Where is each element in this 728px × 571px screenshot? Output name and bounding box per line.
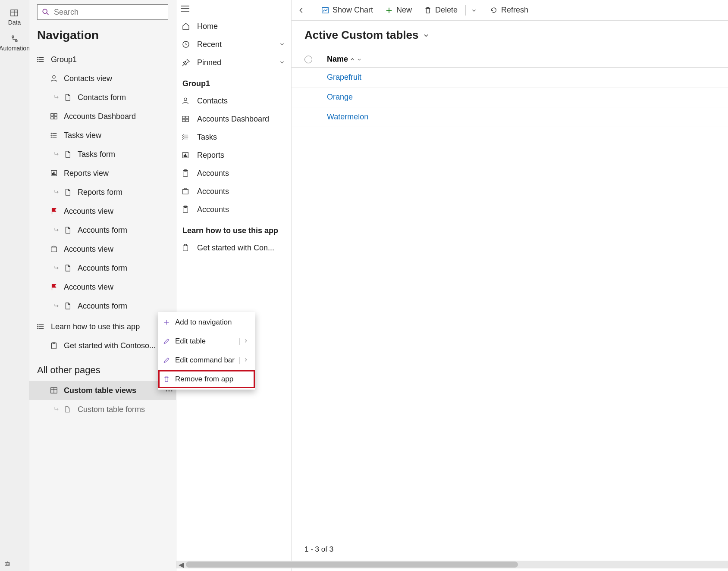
sitemap-item[interactable]: Accounts bbox=[176, 182, 291, 200]
sitemap-item[interactable]: Tasks bbox=[176, 128, 291, 146]
navigation-title: Navigation bbox=[29, 24, 176, 50]
rail-data-label: Data bbox=[8, 19, 21, 26]
scroll-thumb[interactable] bbox=[186, 562, 518, 568]
svg-rect-21 bbox=[54, 117, 57, 119]
sm-recent-label: Recent bbox=[197, 40, 279, 49]
nav-learn-group[interactable]: Learn how to use this app bbox=[29, 317, 176, 336]
nav-item[interactable]: Tasks form bbox=[29, 145, 176, 164]
rail-data[interactable]: Data bbox=[8, 4, 21, 30]
search-input[interactable] bbox=[54, 8, 163, 17]
delete-button[interactable]: Delete bbox=[418, 0, 464, 20]
scroll-left-arrow[interactable]: ◀ bbox=[176, 561, 186, 569]
tasks-icon bbox=[50, 131, 64, 139]
back-button[interactable] bbox=[292, 0, 315, 20]
sm-pinned[interactable]: Pinned bbox=[176, 53, 291, 72]
doc-icon bbox=[64, 302, 78, 310]
doc-icon bbox=[64, 406, 78, 413]
nav-ctf-label: Custom table forms bbox=[78, 405, 176, 414]
ctx-edit-table[interactable]: Edit table | bbox=[158, 332, 255, 351]
bot-icon[interactable] bbox=[3, 560, 11, 569]
new-button[interactable]: New bbox=[379, 0, 418, 20]
sitemap-item-label: Accounts bbox=[197, 187, 291, 196]
refresh-icon bbox=[490, 6, 498, 14]
nav-item[interactable]: Reports form bbox=[29, 183, 176, 202]
cell-name[interactable]: Watermelon bbox=[304, 112, 368, 122]
chevron-right-icon[interactable] bbox=[243, 356, 250, 365]
nav-custom-table-forms[interactable]: Custom table forms bbox=[29, 400, 176, 419]
sub-icon bbox=[50, 303, 64, 309]
doc-icon bbox=[64, 188, 78, 196]
clipboard-icon bbox=[182, 206, 197, 213]
nav-item[interactable]: Accounts view bbox=[29, 278, 176, 296]
pencil-icon bbox=[163, 357, 175, 364]
chevron-down-icon[interactable] bbox=[279, 58, 291, 67]
col-name-label: Name bbox=[327, 55, 348, 64]
nav-item[interactable]: Accounts view bbox=[29, 240, 176, 259]
sitemap-item[interactable]: Reports bbox=[176, 146, 291, 164]
ctx-remove[interactable]: Remove from app bbox=[158, 370, 255, 389]
nav-item-label: Contacts form bbox=[78, 93, 176, 102]
nav-item[interactable]: Accounts Dashboard bbox=[29, 107, 176, 126]
nav-item[interactable]: Accounts form bbox=[29, 221, 176, 240]
sitemap-item[interactable]: Accounts bbox=[176, 164, 291, 182]
select-all[interactable] bbox=[304, 56, 327, 63]
chevron-down-icon[interactable] bbox=[423, 32, 430, 39]
nav-item[interactable]: Contacts view bbox=[29, 69, 176, 88]
chevron-down-icon[interactable] bbox=[279, 40, 291, 49]
svg-line-10 bbox=[47, 13, 49, 15]
svg-point-33 bbox=[38, 325, 38, 325]
sm-home[interactable]: Home bbox=[176, 17, 291, 35]
table-row[interactable]: Orange bbox=[292, 87, 728, 107]
refresh-button[interactable]: Refresh bbox=[484, 0, 534, 20]
scroll-track[interactable] bbox=[186, 562, 728, 568]
nav-learn-item[interactable]: Get started with Contoso... bbox=[29, 336, 176, 355]
nav-item[interactable]: Tasks view bbox=[29, 126, 176, 145]
svg-rect-49 bbox=[186, 119, 188, 122]
sitemap-item-label: Tasks bbox=[197, 133, 291, 142]
report-icon bbox=[50, 169, 64, 177]
sm-recent[interactable]: Recent bbox=[176, 35, 291, 53]
search-box[interactable] bbox=[37, 4, 168, 20]
sm-learn-item[interactable]: Get started with Con... bbox=[176, 239, 291, 257]
report-icon bbox=[182, 151, 197, 159]
hamburger-button[interactable] bbox=[176, 2, 291, 17]
command-bar: Show Chart New Delete Refresh bbox=[292, 0, 728, 21]
hamburger-icon bbox=[181, 5, 189, 12]
svg-rect-5 bbox=[5, 562, 10, 565]
nav-item[interactable]: Contacts form bbox=[29, 88, 176, 107]
nav-group1[interactable]: Group1 bbox=[29, 50, 176, 69]
sitemap-item[interactable]: Accounts bbox=[176, 200, 291, 218]
svg-rect-59 bbox=[183, 190, 188, 194]
nav-item[interactable]: Reports view bbox=[29, 164, 176, 183]
table-row[interactable]: Grapefruit bbox=[292, 68, 728, 87]
table-row[interactable]: Watermelon bbox=[292, 107, 728, 127]
nav-item[interactable]: Accounts view bbox=[29, 202, 176, 221]
separator bbox=[465, 5, 466, 16]
view-header[interactable]: Active Custom tables bbox=[292, 21, 728, 44]
horizontal-scrollbar[interactable]: ◀ bbox=[176, 561, 728, 568]
nav-item[interactable]: Accounts form bbox=[29, 259, 176, 278]
sitemap-item[interactable]: Accounts Dashboard bbox=[176, 110, 291, 128]
show-chart-label: Show Chart bbox=[333, 6, 373, 15]
cell-name[interactable]: Orange bbox=[304, 93, 353, 102]
svg-rect-28 bbox=[55, 174, 56, 175]
svg-point-7 bbox=[8, 564, 9, 565]
tasks-icon bbox=[182, 133, 197, 141]
chevron-right-icon[interactable] bbox=[243, 337, 250, 346]
nav-item[interactable]: Accounts form bbox=[29, 296, 176, 315]
dashboard-icon bbox=[182, 115, 197, 123]
cell-name[interactable]: Grapefruit bbox=[304, 73, 361, 82]
svg-rect-26 bbox=[52, 173, 53, 175]
nav-custom-table-views[interactable]: Custom table views ⋯ bbox=[29, 381, 176, 400]
chevron-down-icon[interactable] bbox=[357, 57, 362, 62]
sub-icon bbox=[50, 227, 64, 233]
list-icon bbox=[37, 56, 51, 63]
delete-chevron[interactable] bbox=[468, 0, 484, 20]
show-chart-button[interactable]: Show Chart bbox=[315, 0, 379, 20]
ctx-edit-cmd[interactable]: Edit command bar | bbox=[158, 351, 255, 370]
sitemap-item[interactable]: Contacts bbox=[176, 92, 291, 110]
col-name[interactable]: Name bbox=[327, 55, 362, 64]
ctx-add-nav[interactable]: Add to navigation bbox=[158, 313, 255, 332]
rail-automation[interactable]: Automation bbox=[0, 30, 30, 56]
left-rail: Data Automation bbox=[0, 0, 29, 571]
